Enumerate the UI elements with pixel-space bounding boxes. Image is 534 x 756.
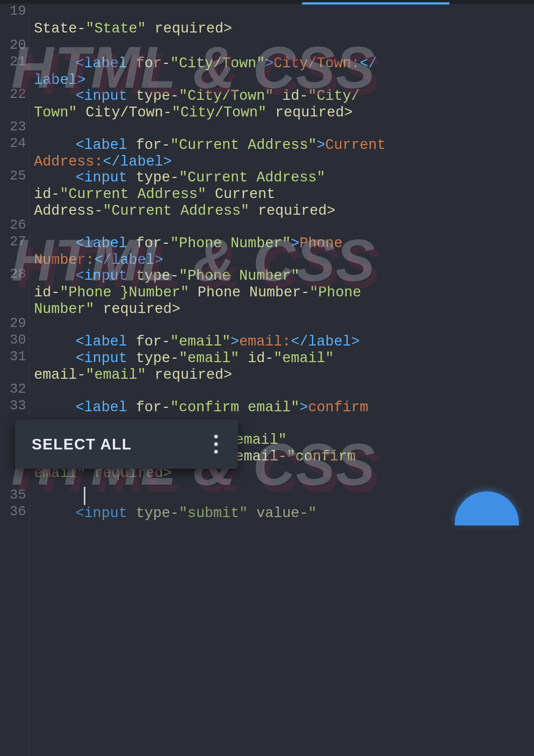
code-token: Number" <box>34 301 94 317</box>
code-token: > <box>317 137 326 153</box>
code-token: <input <box>76 350 127 366</box>
code-token: id- <box>34 284 60 301</box>
code-token: Address- <box>34 203 103 219</box>
code-token: <label <box>76 55 127 71</box>
line-number: 28 <box>10 268 26 281</box>
line-number: 32 <box>10 383 26 396</box>
code-token: type- <box>127 88 179 104</box>
code-token: Town" <box>34 104 77 121</box>
code-token: "Phone Number" <box>170 235 291 251</box>
line-number: 30 <box>10 333 26 347</box>
code-token: Number: <box>34 252 94 268</box>
code-token: <input <box>76 505 127 521</box>
code-editor[interactable]: 19 20 21 22 23 24 25 26 27 28 29 30 31 3… <box>0 5 534 756</box>
code-token: required> <box>249 203 335 219</box>
code-token: "Current Address" <box>60 186 206 202</box>
code-token: <input <box>76 88 127 104</box>
code-token: <label <box>76 399 127 415</box>
tab-bar <box>0 0 534 4</box>
code-token: "Current Address" <box>170 137 317 153</box>
code-token: id- <box>274 88 308 104</box>
line-number: 31 <box>10 350 26 364</box>
line-number: 35 <box>10 488 26 502</box>
line-number: 36 <box>10 505 26 519</box>
context-menu: SELECT ALL <box>15 420 238 469</box>
code-token: </label> <box>103 153 171 170</box>
code-token: > <box>231 333 239 350</box>
code-token: City/Town: <box>274 55 360 71</box>
code-token: "confirm email" <box>170 399 299 415</box>
line-number: 20 <box>10 39 26 52</box>
code-token: <label <box>76 333 127 350</box>
more-options-icon[interactable] <box>211 435 221 454</box>
code-token: "Current Address" <box>179 169 326 186</box>
code-token: required> <box>146 367 232 383</box>
code-token: "Current Address" <box>103 203 249 219</box>
select-all-button[interactable]: SELECT ALL <box>32 436 211 453</box>
line-number: 26 <box>10 218 26 232</box>
code-token: Phone <box>299 235 343 251</box>
code-token: type- <box>127 268 179 284</box>
code-token: required> <box>146 20 232 37</box>
code-token: Address: <box>34 153 103 170</box>
code-token: type- <box>127 169 179 186</box>
code-token: > <box>299 399 308 415</box>
code-token: > <box>265 55 274 71</box>
line-number: 33 <box>10 399 26 413</box>
code-token: "State" <box>86 20 146 37</box>
code-token: "confirm <box>287 448 355 465</box>
code-token: "email" <box>86 367 146 383</box>
code-token: Current <box>206 186 275 202</box>
code-token: required> <box>94 301 181 317</box>
code-token: for- <box>127 333 170 350</box>
code-token: > <box>291 235 299 251</box>
code-token: "City/Town" <box>170 55 265 71</box>
code-token: for- <box>127 399 170 415</box>
line-number: 23 <box>10 120 26 134</box>
code-token: Phone Number- <box>189 284 309 301</box>
code-token: for- <box>127 235 170 251</box>
code-token: confirm <box>308 399 369 415</box>
line-number: 22 <box>10 88 26 101</box>
line-number: 19 <box>10 5 26 18</box>
line-number: 24 <box>10 137 26 150</box>
code-area[interactable]: State-"State" required> <label for-"City… <box>34 5 534 756</box>
code-token: "City/Town" <box>172 104 267 121</box>
code-token: <input <box>76 169 127 186</box>
code-token: for- <box>127 55 170 71</box>
code-token: label> <box>34 72 86 88</box>
line-number: 27 <box>10 235 26 249</box>
code-token: "Phone }Number" <box>60 284 189 301</box>
text-cursor <box>84 487 85 505</box>
code-token: <input <box>76 268 127 284</box>
code-token: Current <box>325 137 386 153</box>
code-token: "submit" <box>179 505 248 521</box>
code-token: <label <box>76 235 127 251</box>
code-token: "Phone <box>310 284 361 301</box>
code-token: email- <box>34 367 86 383</box>
line-number-gutter: 19 20 21 22 23 24 25 26 27 28 29 30 31 3… <box>0 5 29 756</box>
code-token: " <box>308 505 317 521</box>
code-token: "email" <box>179 350 239 366</box>
code-token: </ <box>360 55 377 71</box>
line-number: 25 <box>10 169 26 183</box>
code-token: </label> <box>291 333 360 350</box>
code-token: id- <box>239 350 273 366</box>
code-token: City/Town- <box>77 104 172 121</box>
code-token: value- <box>248 505 308 521</box>
code-token: </label> <box>94 252 163 268</box>
code-token: "City/ <box>308 88 360 104</box>
code-token: State- <box>34 20 86 37</box>
code-token: for- <box>127 137 170 153</box>
code-token: type- <box>127 505 179 521</box>
code-token: "email" <box>274 350 334 366</box>
code-token: email: <box>239 333 291 350</box>
code-token: "City/Town" <box>179 88 274 104</box>
code-token: required> <box>267 104 353 121</box>
code-token: <label <box>76 137 127 153</box>
code-token: "email" <box>170 333 231 350</box>
line-number: 29 <box>10 317 26 330</box>
line-number: 21 <box>10 55 26 69</box>
code-token: id- <box>34 186 60 202</box>
code-token: type- <box>127 350 179 366</box>
